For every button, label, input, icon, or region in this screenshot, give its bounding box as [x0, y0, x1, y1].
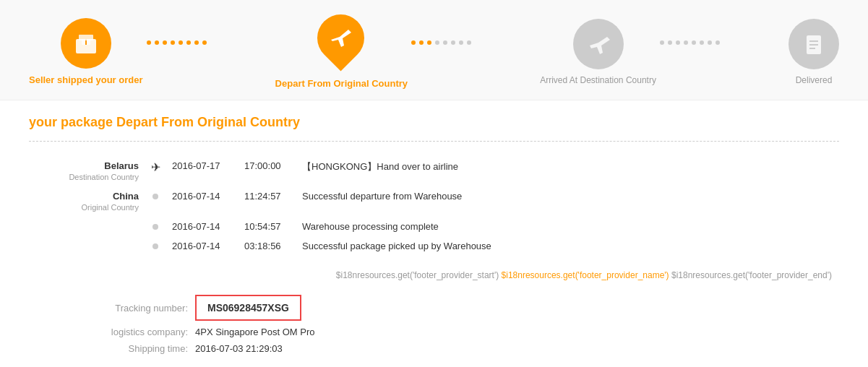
step-label-depart: Depart From Original Country: [275, 78, 408, 89]
package-title-highlight: Depart From Original Country: [116, 115, 300, 129]
step-arrived-destination: Arrived At Destination Country: [540, 19, 656, 85]
event-date: 2016-07-14: [166, 236, 239, 256]
dot: [451, 40, 455, 45]
tracking-number-box: MS06928457XSG: [195, 295, 301, 321]
step-icon-delivered: [788, 19, 839, 69]
dot: [194, 40, 199, 45]
event-time: 03:18:56: [239, 236, 296, 256]
event-icon-cell: [145, 217, 166, 236]
event-icon-cell: [145, 236, 166, 256]
footer-i18n: $i18nresources.get('footer_provider_star…: [29, 270, 839, 280]
step-icon-depart: [316, 14, 366, 72]
step-seller-shipped: Seller shipped your order: [29, 18, 143, 85]
table-row: BelarusDestination Country✈2016-07-1717:…: [29, 156, 839, 186]
event-icon-cell: ✈: [145, 156, 166, 186]
svg-rect-3: [79, 35, 93, 40]
box-icon: [72, 29, 100, 58]
event-icon-cell: [145, 186, 166, 217]
tracking-number-row: Tracking number: MS06928457XSG: [87, 295, 839, 321]
logistics-company-value: 4PX Singapore Post OM Pro: [195, 327, 314, 337]
shipping-time-label: Shipping time:: [87, 343, 188, 354]
dot: [443, 40, 447, 45]
event-time: 10:54:57: [239, 217, 296, 236]
bullet-icon: [152, 243, 158, 249]
dot: [419, 40, 424, 45]
step-label-seller: Seller shipped your order: [29, 74, 143, 85]
event-date: 2016-07-14: [166, 217, 239, 236]
step-icon-arrived: [573, 19, 624, 69]
package-title-prefix: your package: [29, 115, 113, 129]
step-depart-original: Depart From Original Country: [275, 14, 408, 89]
step-label-delivered: Delivered: [796, 75, 833, 85]
table-row: ChinaOriginal Country2016-07-1411:24:57S…: [29, 186, 839, 217]
footer-part1: $i18nresources.get('footer_provider_star…: [336, 270, 499, 280]
event-location: ChinaOriginal Country: [29, 186, 145, 217]
dot: [459, 40, 463, 45]
dot: [179, 40, 183, 45]
dot: [467, 40, 471, 45]
dot: [708, 40, 712, 45]
plane-arrive-icon: [584, 30, 613, 59]
bullet-icon: [152, 194, 158, 199]
dot: [435, 40, 439, 45]
dot: [163, 40, 167, 45]
dots-3: [660, 40, 785, 63]
footer-part3: $i18nresources.get('footer_provider_end'…: [671, 270, 832, 280]
event-country: Belarus: [104, 160, 139, 171]
shipping-time-value: 2016-07-03 21:29:03: [195, 343, 283, 354]
info-section: Tracking number: MS06928457XSG logistics…: [87, 295, 839, 354]
step-delivered: Delivered: [788, 19, 839, 85]
event-sub-location: Original Country: [82, 203, 139, 212]
dot: [716, 40, 720, 45]
event-description: 【HONGKONG】Hand over to airline: [296, 156, 839, 186]
plane-icon: [328, 25, 354, 51]
tracking-events-table: BelarusDestination Country✈2016-07-1717:…: [29, 156, 839, 256]
dot: [155, 40, 159, 45]
dot: [171, 40, 175, 45]
dot: [668, 40, 672, 45]
flight-icon: ✈: [151, 161, 160, 173]
table-row: 2016-07-1403:18:56Successful package pic…: [29, 236, 839, 256]
logistics-company-row: logistics company: 4PX Singapore Post OM…: [87, 327, 839, 337]
step-icon-seller: [61, 18, 111, 69]
dot: [660, 40, 664, 45]
main-content: your package Depart From Original Countr…: [0, 100, 868, 367]
dot: [427, 40, 431, 45]
dot: [202, 40, 207, 45]
event-time: 17:00:00: [239, 156, 296, 186]
dots-2: [411, 40, 536, 63]
event-description: Successful package picked up by Warehous…: [296, 236, 839, 256]
dot: [186, 40, 191, 45]
footer-part2: $i18nresources.get('footer_provider_name…: [502, 270, 669, 280]
event-time: 11:24:57: [239, 186, 296, 217]
dot: [692, 40, 696, 45]
dot: [147, 40, 151, 45]
event-location: [29, 236, 145, 256]
bullet-icon: [152, 224, 158, 230]
dots-1: [147, 40, 272, 63]
tracking-number-value: MS06928457XSG: [207, 302, 289, 314]
progress-section: Seller shipped your order Depart From Or…: [0, 0, 868, 100]
event-date: 2016-07-17: [166, 156, 239, 186]
step-label-arrived: Arrived At Destination Country: [540, 75, 656, 85]
event-location: BelarusDestination Country: [29, 156, 145, 186]
logistics-company-label: logistics company:: [87, 327, 188, 337]
delivered-icon: [799, 30, 828, 59]
event-description: Successful departure from Warehouse: [296, 186, 839, 217]
event-country: China: [113, 191, 139, 202]
package-title: your package Depart From Original Countr…: [29, 115, 839, 130]
dot: [676, 40, 680, 45]
event-date: 2016-07-14: [166, 186, 239, 217]
event-location: [29, 217, 145, 236]
event-description: Warehouse processing complete: [296, 217, 839, 236]
dot: [700, 40, 704, 45]
table-row: 2016-07-1410:54:57Warehouse processing c…: [29, 217, 839, 236]
event-sub-location: Destination Country: [69, 173, 139, 181]
divider: [29, 141, 839, 142]
dot: [411, 40, 416, 45]
tracking-number-label: Tracking number:: [87, 303, 188, 314]
dot: [684, 40, 688, 45]
shipping-time-row: Shipping time: 2016-07-03 21:29:03: [87, 343, 839, 354]
